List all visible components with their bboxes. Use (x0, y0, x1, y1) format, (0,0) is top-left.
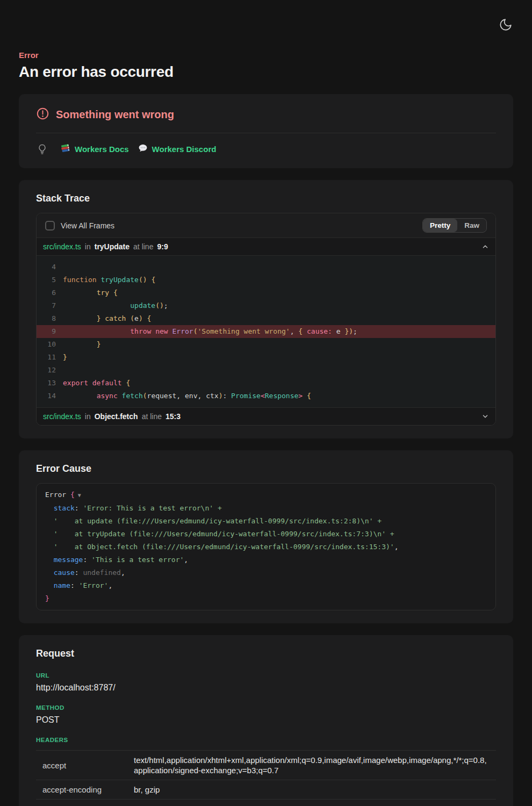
workers-discord-label: Workers Discord (152, 145, 217, 154)
code-line-8: 8 } catch (e) { (37, 312, 495, 325)
frame-line-position: 15:3 (166, 412, 181, 421)
stack-trace-toolbar: View All Frames Pretty Raw (37, 213, 495, 238)
alert-heading: Something went wrong (56, 109, 174, 121)
error-cause-line-6: message: 'This is a test error', (45, 553, 487, 566)
line-number: 4 (37, 261, 56, 274)
headers-label: HEADERS (36, 737, 496, 743)
page-title: An error has occurred (19, 63, 513, 81)
frame-function-name: Object.fetch (95, 412, 138, 421)
frame-line-position: 9:9 (157, 242, 168, 251)
pretty-button[interactable]: Pretty (423, 219, 457, 232)
url-label: URL (36, 672, 496, 679)
line-number: 7 (37, 299, 56, 312)
chevron-up-icon (481, 243, 489, 250)
frame-at-words: at line (142, 412, 162, 421)
code-line-4: 4 (37, 261, 495, 274)
line-number: 14 (37, 390, 56, 402)
frame-at-words: at line (133, 242, 153, 251)
speech-balloon-icon (138, 143, 148, 155)
code-line-12: 12 (37, 364, 495, 377)
source-code-viewer: 45function tryUpdate() {6 try {7 update(… (37, 255, 495, 407)
view-all-frames-checkbox[interactable] (45, 221, 55, 231)
code-line-11: 11} (37, 351, 495, 364)
error-cause-line-7: cause: undefined, (45, 566, 487, 579)
code-line-9: 9 throw new Error('Something went wrong'… (37, 325, 495, 338)
line-number: 9 (37, 325, 56, 338)
top-bar (19, 0, 513, 33)
header-name: accept (36, 751, 134, 780)
error-cause-card: Error Cause Error { ▼ stack: 'Error: Thi… (19, 450, 513, 623)
error-page: Error An error has occurred Something we… (0, 0, 532, 806)
error-cause-line-8: name: 'Error', (45, 579, 487, 592)
code-line-6: 6 try { (37, 286, 495, 299)
format-toggle: Pretty Raw (422, 218, 487, 233)
collapse-triangle-icon[interactable]: ▼ (75, 492, 81, 498)
workers-discord-link[interactable]: Workers Discord (138, 143, 217, 155)
frame-in-word: in (85, 242, 91, 251)
stack-frame-header-1[interactable]: src/index.ts in tryUpdate at line 9:9 (37, 238, 495, 255)
error-cause-line-2: stack: 'Error: This is a test error\n' + (45, 502, 487, 515)
code-line-5: 5function tryUpdate() { (37, 274, 495, 286)
error-cause-heading: Error Cause (36, 463, 496, 474)
line-number: 10 (37, 338, 56, 351)
stack-frame-header-2[interactable]: src/index.ts in Object.fetch at line 15:… (37, 407, 495, 425)
stack-trace-box: View All Frames Pretty Raw src/index.ts … (36, 213, 496, 426)
code-line-7: 7 update(); (37, 299, 495, 312)
lightbulb-icon (36, 143, 48, 155)
method-value: POST (36, 715, 496, 725)
chevron-down-icon (481, 413, 489, 420)
request-card: Request URL http://localhost:8787/ METHO… (19, 635, 513, 806)
error-cause-line-5: ' at Object.fetch (file:///Users/edmund/… (45, 541, 487, 553)
header-value: br, gzip (134, 780, 496, 800)
line-number: 13 (37, 377, 56, 390)
frame-function-name: tryUpdate (95, 242, 130, 251)
alert-card: Something went wrong (19, 94, 513, 168)
line-number: 11 (37, 351, 56, 364)
code-line-14: 14 async fetch(request, env, ctx): Promi… (37, 390, 495, 402)
frame-file-link[interactable]: src/index.ts (43, 242, 81, 251)
workers-docs-label: Workers Docs (75, 145, 129, 154)
frame-file-link[interactable]: src/index.ts (43, 412, 81, 421)
view-all-frames-label: View All Frames (61, 221, 114, 230)
stack-trace-card: Stack Trace View All Frames Pretty Raw s… (19, 180, 513, 438)
header-row: accept-encodingbr, gzip (36, 780, 496, 800)
header-name: accept-encoding (36, 780, 134, 800)
error-eyebrow: Error (19, 51, 513, 60)
error-cause-dump: Error { ▼ stack: 'Error: This is a test … (36, 483, 496, 610)
books-icon (60, 143, 71, 155)
frame-in-word: in (85, 412, 91, 421)
header-value: text/html,application/xhtml+xml,applicat… (134, 751, 496, 780)
error-cause-line-9: } (45, 592, 487, 605)
request-headers-table: accepttext/html,application/xhtml+xml,ap… (36, 750, 496, 806)
error-cause-line-3: ' at update (file:///Users/edmund/icy-wa… (45, 515, 487, 528)
header-value: en-US,en;q=0.9 (134, 800, 496, 806)
error-cause-line-4: ' at tryUpdate (file:///Users/edmund/icy… (45, 528, 487, 541)
line-number: 6 (37, 286, 56, 299)
line-number: 8 (37, 312, 56, 325)
method-label: METHOD (36, 704, 496, 711)
line-number: 12 (37, 364, 56, 377)
error-cause-line-1: Error { ▼ (45, 488, 487, 502)
stack-trace-heading: Stack Trace (36, 193, 496, 204)
code-line-13: 13export default { (37, 377, 495, 390)
code-line-10: 10 } (37, 338, 495, 351)
alert-circle-icon (36, 107, 49, 123)
raw-button[interactable]: Raw (457, 219, 486, 232)
line-number: 5 (37, 274, 56, 286)
divider (36, 133, 496, 133)
header-row: accepttext/html,application/xhtml+xml,ap… (36, 751, 496, 780)
header-name: accept-language (36, 800, 134, 806)
url-value: http://localhost:8787/ (36, 683, 496, 693)
workers-docs-link[interactable]: Workers Docs (60, 143, 129, 155)
moon-icon (499, 25, 513, 33)
header-row: accept-languageen-US,en;q=0.9 (36, 800, 496, 806)
theme-toggle-button[interactable] (498, 18, 513, 33)
request-heading: Request (36, 648, 496, 659)
